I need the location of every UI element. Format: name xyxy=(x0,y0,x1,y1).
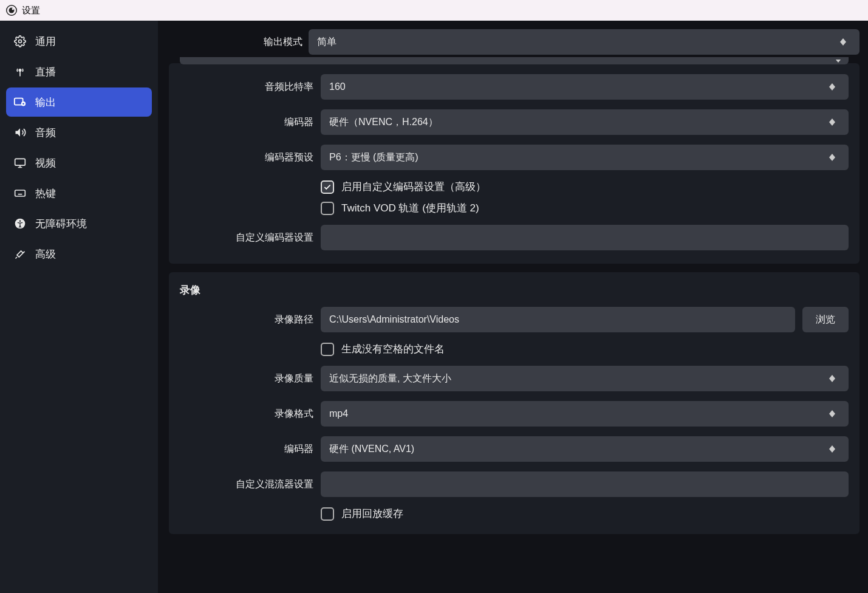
svg-point-3 xyxy=(19,40,22,43)
recording-encoder-label: 编码器 xyxy=(180,443,313,456)
recording-format-select[interactable]: mp4 xyxy=(321,401,849,427)
sidebar-item-label: 音频 xyxy=(35,126,56,140)
custom-enc-settings-input[interactable] xyxy=(321,225,849,250)
sidebar-item-label: 热键 xyxy=(35,187,56,201)
streaming-encoder-value: 硬件（NVENC，H.264） xyxy=(329,116,438,129)
keyboard-icon xyxy=(13,187,27,200)
app-logo-icon xyxy=(6,5,17,16)
encoder-preset-value: P6：更慢 (质量更高) xyxy=(329,151,419,164)
output-icon xyxy=(13,95,27,109)
replay-buffer-checkbox[interactable] xyxy=(321,507,334,521)
audio-bitrate-label: 音频比特率 xyxy=(180,81,313,94)
streaming-encoder-label: 编码器 xyxy=(180,116,313,129)
svg-point-7 xyxy=(22,103,24,105)
recording-section-title: 录像 xyxy=(180,283,849,297)
sidebar-item-label: 无障碍环境 xyxy=(35,217,87,231)
antenna-icon xyxy=(13,65,27,78)
replay-buffer-label: 启用回放缓存 xyxy=(341,507,403,521)
output-mode-value: 简单 xyxy=(317,36,337,49)
recording-encoder-value: 硬件 (NVENC, AV1) xyxy=(329,443,414,456)
recording-format-value: mp4 xyxy=(329,408,348,419)
audio-bitrate-spin[interactable]: 160 xyxy=(321,74,849,100)
recording-encoder-select[interactable]: 硬件 (NVENC, AV1) xyxy=(321,436,849,462)
updown-icon xyxy=(835,29,851,55)
browse-button[interactable]: 浏览 xyxy=(802,307,849,332)
sidebar-item-accessibility[interactable]: 无障碍环境 xyxy=(6,209,152,238)
svg-point-2 xyxy=(12,8,14,10)
monitor-icon xyxy=(13,156,27,170)
streaming-encoder-select[interactable]: 硬件（NVENC，H.264） xyxy=(321,109,849,135)
sidebar-item-video[interactable]: 视频 xyxy=(6,148,152,177)
output-mode-select[interactable]: 简单 xyxy=(309,29,859,55)
encoder-preset-label: 编码器预设 xyxy=(180,151,313,164)
no-spaces-label: 生成没有空格的文件名 xyxy=(341,342,445,356)
updown-icon xyxy=(824,401,840,427)
speaker-icon xyxy=(13,126,27,139)
gear-icon xyxy=(13,35,27,48)
sidebar-item-label: 输出 xyxy=(35,95,56,109)
updown-icon xyxy=(824,74,840,100)
encoder-preset-select[interactable]: P6：更慢 (质量更高) xyxy=(321,145,849,170)
sidebar-item-stream[interactable]: 直播 xyxy=(6,57,152,86)
svg-point-4 xyxy=(19,69,21,71)
sidebar-item-hotkeys[interactable]: 热键 xyxy=(6,179,152,208)
sidebar-item-label: 直播 xyxy=(35,65,56,79)
updown-icon xyxy=(824,366,840,391)
custom-encoder-label: 启用自定义编码器设置（高级） xyxy=(341,180,486,194)
updown-icon xyxy=(824,436,840,462)
recording-quality-value: 近似无损的质量, 大文件大小 xyxy=(329,372,451,385)
sidebar-item-label: 高级 xyxy=(35,247,56,261)
custom-mux-label: 自定义混流器设置 xyxy=(180,478,313,491)
custom-enc-settings-label: 自定义编码器设置 xyxy=(180,231,313,244)
settings-content: 输出模式 简单 音频比特率 160 xyxy=(158,21,868,593)
title-bar: 设置 xyxy=(0,0,868,21)
recording-path-value: C:\Users\Administrator\Videos xyxy=(329,314,459,325)
sidebar-item-advanced[interactable]: 高级 xyxy=(6,239,152,269)
settings-sidebar: 通用 直播 输出 音频 视频 xyxy=(0,21,158,593)
recording-path-label: 录像路径 xyxy=(180,314,313,326)
tools-icon xyxy=(13,247,27,261)
svg-point-11 xyxy=(19,221,21,222)
svg-rect-8 xyxy=(15,159,26,165)
partial-select-remnant[interactable] xyxy=(180,57,849,64)
twitch-vod-checkbox[interactable] xyxy=(321,202,334,215)
output-mode-row: 输出模式 简单 xyxy=(169,29,859,55)
updown-icon xyxy=(824,109,840,135)
audio-bitrate-value: 160 xyxy=(329,81,346,92)
streaming-panel: 音频比特率 160 编码器 硬件（NVENC，H.264） xyxy=(169,63,859,264)
recording-path-input[interactable]: C:\Users\Administrator\Videos xyxy=(321,307,795,332)
output-mode-label: 输出模式 xyxy=(169,36,302,49)
twitch-vod-label: Twitch VOD 轨道 (使用轨道 2) xyxy=(341,201,479,215)
recording-panel: 录像 录像路径 C:\Users\Administrator\Videos 浏览 xyxy=(169,272,859,534)
accessibility-icon xyxy=(13,217,27,230)
custom-encoder-checkbox[interactable] xyxy=(321,180,334,194)
no-spaces-checkbox[interactable] xyxy=(321,343,334,356)
sidebar-item-general[interactable]: 通用 xyxy=(6,27,152,56)
recording-format-label: 录像格式 xyxy=(180,408,313,420)
sidebar-item-label: 视频 xyxy=(35,156,56,170)
recording-quality-label: 录像质量 xyxy=(180,372,313,385)
window-title: 设置 xyxy=(22,5,40,16)
sidebar-item-audio[interactable]: 音频 xyxy=(6,118,152,147)
recording-quality-select[interactable]: 近似无损的质量, 大文件大小 xyxy=(321,366,849,391)
sidebar-item-output[interactable]: 输出 xyxy=(6,87,152,117)
updown-icon xyxy=(824,145,840,170)
custom-mux-input[interactable] xyxy=(321,471,849,497)
svg-rect-9 xyxy=(15,190,26,196)
sidebar-item-label: 通用 xyxy=(35,35,56,49)
